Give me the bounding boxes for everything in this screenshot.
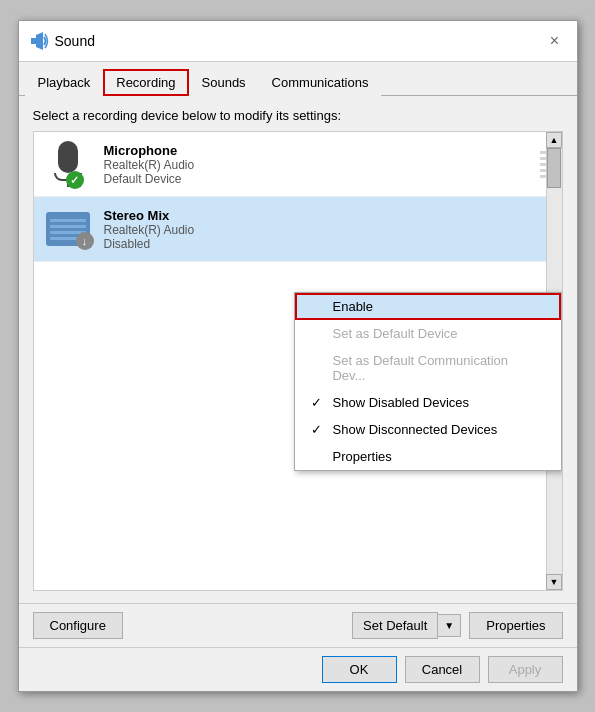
stereo-driver: Realtek(R) Audio: [104, 223, 552, 237]
sound-dialog: Sound × Playback Recording Sounds Commun…: [18, 20, 578, 692]
set-default-group: Set Default ▼: [352, 612, 461, 639]
stereo-icon-container: ↓: [44, 205, 92, 253]
microphone-name: Microphone: [104, 143, 528, 158]
cancel-button[interactable]: Cancel: [405, 656, 480, 683]
device-item-stereo-mix[interactable]: ↓ Stereo Mix Realtek(R) Audio Disabled: [34, 197, 562, 262]
scroll-down-button[interactable]: ▼: [546, 574, 562, 590]
stereo-line-2: [50, 225, 86, 228]
svg-rect-0: [31, 38, 36, 44]
microphone-status: Default Device: [104, 172, 528, 186]
menu-item-set-default: Set as Default Device: [295, 320, 561, 347]
stereo-name: Stereo Mix: [104, 208, 552, 223]
device-item-microphone[interactable]: ✓ Microphone Realtek(R) Audio Default De…: [34, 132, 562, 197]
main-content: Select a recording device below to modif…: [19, 96, 577, 603]
properties-label: Properties: [333, 449, 392, 464]
footer: OK Cancel Apply: [19, 647, 577, 691]
microphone-driver: Realtek(R) Audio: [104, 158, 528, 172]
apply-button[interactable]: Apply: [488, 656, 563, 683]
show-disabled-check: ✓: [311, 395, 327, 410]
stereo-status: Disabled: [104, 237, 552, 251]
scroll-thumb[interactable]: [547, 148, 561, 188]
tab-playback[interactable]: Playback: [25, 69, 104, 96]
show-disconnected-check: ✓: [311, 422, 327, 437]
title-bar: Sound ×: [19, 21, 577, 62]
microphone-icon-container: ✓: [44, 140, 92, 188]
context-menu: Enable Set as Default Device Set as Defa…: [294, 292, 562, 471]
tab-bar: Playback Recording Sounds Communications: [19, 62, 577, 96]
set-default-label: Set as Default Device: [333, 326, 458, 341]
mic-body-icon: [58, 141, 78, 173]
microphone-status-badge: ✓: [66, 171, 84, 189]
properties-button[interactable]: Properties: [469, 612, 562, 639]
set-default-comm-label: Set as Default Communication Dev...: [332, 353, 544, 383]
menu-item-set-default-comm: Set as Default Communication Dev...: [295, 347, 561, 389]
show-disconnected-label: Show Disconnected Devices: [333, 422, 498, 437]
tab-recording[interactable]: Recording: [103, 69, 188, 96]
dialog-title: Sound: [55, 33, 95, 49]
menu-item-show-disabled[interactable]: ✓ Show Disabled Devices: [295, 389, 561, 416]
device-list[interactable]: ✓ Microphone Realtek(R) Audio Default De…: [33, 131, 563, 591]
svg-marker-1: [36, 32, 43, 50]
configure-button[interactable]: Configure: [33, 612, 123, 639]
menu-item-properties[interactable]: Properties: [295, 443, 561, 470]
stereo-status-badge: ↓: [76, 232, 94, 250]
tab-sounds[interactable]: Sounds: [189, 69, 259, 96]
stereo-line-1: [50, 219, 86, 222]
content-description: Select a recording device below to modif…: [33, 108, 563, 123]
close-button[interactable]: ×: [543, 29, 567, 53]
stereo-info: Stereo Mix Realtek(R) Audio Disabled: [104, 208, 552, 251]
tab-communications[interactable]: Communications: [259, 69, 382, 96]
show-disabled-label: Show Disabled Devices: [333, 395, 470, 410]
sound-icon: [29, 31, 49, 51]
microphone-info: Microphone Realtek(R) Audio Default Devi…: [104, 143, 528, 186]
title-bar-left: Sound: [29, 31, 95, 51]
set-default-arrow-button[interactable]: ▼: [438, 614, 461, 637]
set-default-button[interactable]: Set Default: [352, 612, 438, 639]
bottom-bar: Configure Set Default ▼ Properties: [19, 603, 577, 647]
menu-item-enable[interactable]: Enable: [295, 293, 561, 320]
enable-label: Enable: [333, 299, 373, 314]
menu-item-show-disconnected[interactable]: ✓ Show Disconnected Devices: [295, 416, 561, 443]
ok-button[interactable]: OK: [322, 656, 397, 683]
scroll-up-button[interactable]: ▲: [546, 132, 562, 148]
